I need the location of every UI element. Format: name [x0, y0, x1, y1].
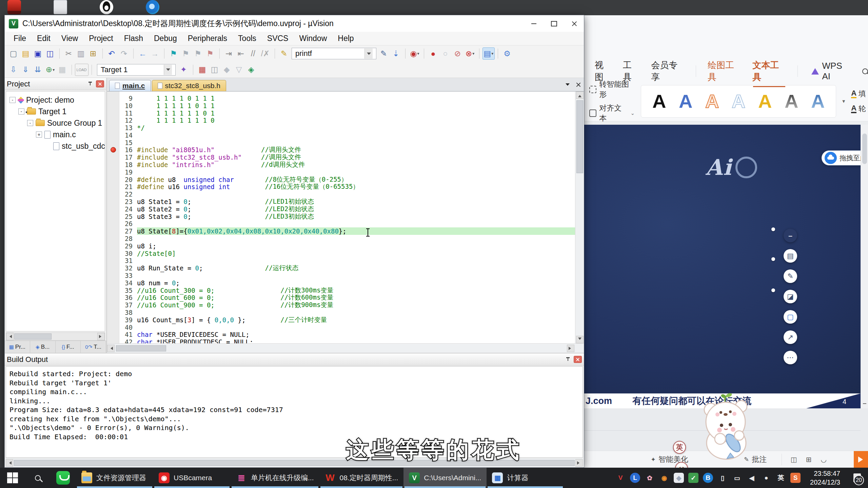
editor-tab[interactable]: main.c — [109, 80, 151, 91]
menu-item[interactable]: File — [8, 34, 32, 43]
tree-item[interactable]: - Project: demo — [6, 94, 105, 106]
tool-separator[interactable] — [193, 65, 193, 75]
file-extensions-icon[interactable]: ◫ — [209, 64, 221, 76]
tab-list-dropdown-icon[interactable] — [566, 83, 570, 88]
menu-item[interactable]: Window — [294, 34, 332, 43]
taskbar-clock[interactable]: 23:58:47 2024/12/3 — [810, 469, 840, 487]
next-bookmark-icon[interactable]: ⚑ — [192, 47, 204, 60]
taskbar-app-button[interactable]: ≣ 单片机在线升级编... — [231, 468, 319, 488]
taskbar-app-button[interactable]: ◉ USBcamera — [153, 468, 231, 488]
layers-button[interactable]: ▤ — [784, 249, 797, 263]
translate-icon[interactable]: ⇩ — [7, 64, 20, 76]
window-layout-icon[interactable]: ▤▾ — [482, 47, 495, 60]
tree-item[interactable]: stc_usb_cdc_3 — [6, 140, 105, 152]
desktop-icon-browser[interactable] — [146, 0, 159, 14]
code-line[interactable]: 14 — [107, 131, 575, 139]
editor-tab[interactable]: stc32_stc8_usb.h — [152, 80, 226, 91]
menu-item[interactable]: Edit — [32, 34, 56, 43]
project-tree-hscrollbar[interactable] — [6, 332, 105, 341]
find-in-files-icon[interactable]: ✎ — [278, 47, 290, 60]
kill-breakpoints-icon[interactable]: ⊗▾ — [464, 47, 476, 60]
minimize-button[interactable] — [526, 17, 542, 30]
wordart-style[interactable]: A — [785, 90, 798, 112]
redo-icon[interactable]: ↷ — [118, 47, 130, 60]
pen-button[interactable]: ✎ — [784, 269, 797, 283]
tree-item[interactable]: + main.c — [6, 129, 105, 140]
tree-expander[interactable]: - — [27, 120, 33, 126]
configure-icon[interactable]: ⚙ — [501, 47, 513, 60]
scroll-left-icon[interactable] — [107, 345, 115, 352]
upload-button[interactable]: 拖拽至此上传 — [822, 150, 861, 165]
search-tool-icon[interactable]: ◉▾ — [409, 47, 421, 60]
assistant-tray-icon[interactable]: ◆ — [674, 473, 684, 483]
panel-tab[interactable]: ◈B... — [30, 341, 56, 353]
close-document-icon[interactable] — [576, 82, 581, 87]
toolbar-separator[interactable] — [275, 48, 275, 59]
scroll-right-icon[interactable] — [97, 333, 105, 340]
taskbar-app-button[interactable]: W 08.定时器周期性... — [319, 468, 404, 488]
paste-icon[interactable]: ⊞ — [87, 47, 99, 60]
taskbar-app-button[interactable]: ▦ 计算器 — [487, 468, 564, 488]
green-app-icon[interactable] — [56, 471, 70, 485]
code-line[interactable]: 23u8 State1 = 0; //LED1初始状态 — [107, 198, 575, 205]
code-line[interactable]: 29u8 i; — [107, 242, 575, 250]
code-line[interactable]: 34u8 num = 0; — [107, 279, 575, 287]
save-icon[interactable]: ▣ — [32, 47, 44, 60]
open-file-icon[interactable]: ▤ — [20, 47, 32, 60]
scroll-left-icon[interactable] — [6, 333, 14, 340]
target-options-icon[interactable]: ✦ — [178, 64, 190, 76]
tree-expander[interactable]: + — [36, 131, 42, 138]
indent-icon[interactable]: ⇥ — [223, 47, 235, 60]
code-line[interactable]: 31 — [107, 257, 575, 265]
toolbar-separator[interactable] — [72, 65, 72, 75]
scroll-right-icon[interactable] — [567, 345, 574, 352]
panel-tab[interactable]: 0↷T... — [81, 341, 106, 353]
code-line[interactable]: 20#define u8 unsigned char //8位无符号变量（0-2… — [107, 176, 575, 183]
menu-item[interactable]: Debug — [149, 34, 182, 43]
shield-tray-icon[interactable]: L — [630, 473, 640, 483]
ime-indicator[interactable]: 英 — [776, 473, 786, 483]
selection-handle[interactable] — [771, 257, 775, 261]
start-button[interactable] — [0, 468, 25, 488]
code-line[interactable]: 18#include "intrins.h" //d调用头文件 — [107, 161, 575, 168]
taskbar-app-button[interactable]: V C:\Users\Admini... — [403, 468, 487, 488]
align-text-button[interactable]: 对齐文本⌄ — [589, 103, 635, 123]
menu-item[interactable]: Flash — [119, 34, 149, 43]
collapse-toolbar-button[interactable]: – — [784, 229, 797, 242]
pin-icon[interactable] — [566, 357, 570, 362]
convert-smartart-button[interactable]: 转智能图形 — [589, 79, 635, 100]
code-line[interactable]: 11 1 1 1 1 1 1 0 1 — [107, 109, 575, 117]
editor-vscrollbar[interactable] — [575, 92, 584, 343]
close-button[interactable] — [566, 17, 583, 30]
text-style-button[interactable]: A轮 — [851, 104, 868, 114]
menu-item[interactable]: Help — [332, 34, 359, 43]
wordart-style[interactable]: A — [811, 90, 825, 112]
select-target-icon[interactable]: ◆ — [221, 64, 233, 76]
desktop-icon-red-app[interactable] — [7, 0, 21, 14]
wps-ai-button[interactable]: WPS AI — [811, 61, 851, 82]
menu-item[interactable]: Project — [83, 34, 119, 43]
code-line[interactable]: 9 1 1 1 1 0 1 1 1 — [107, 95, 575, 102]
ribbon-search-icon[interactable] — [862, 68, 868, 74]
code-editor[interactable]: 9 1 1 1 1 0 1 1 110 1 1 1 1 1 0 1 111 1 … — [107, 92, 584, 343]
bluetooth-tray-icon[interactable]: B — [703, 473, 713, 483]
code-line[interactable]: 40 — [107, 324, 575, 331]
antivirus-tray-icon[interactable]: V — [615, 473, 626, 483]
toolbar-separator[interactable] — [498, 48, 498, 59]
flash-funnel-icon[interactable]: ▽ — [233, 64, 245, 76]
new-file-icon[interactable]: ▢ — [7, 47, 20, 60]
code-line[interactable]: 30//State[0] — [107, 250, 575, 257]
selection-handle[interactable] — [771, 288, 775, 292]
scroll-down-icon[interactable] — [576, 336, 584, 343]
tree-item[interactable]: - Source Group 1 — [6, 117, 105, 129]
menu-item[interactable]: Peripherals — [182, 34, 233, 43]
project-panel-close-icon[interactable] — [96, 80, 104, 87]
ribbon-tab[interactable]: 绘图工具 — [708, 59, 741, 83]
navigate-back-icon[interactable]: ← — [137, 47, 149, 60]
toolbar-separator[interactable] — [92, 65, 92, 75]
scroll-up-icon[interactable] — [576, 92, 584, 99]
disable-breakpoint-icon[interactable]: ⊘ — [452, 47, 464, 60]
code-line[interactable]: 17#include "stc32_stc8_usb.h" //调用头文件 — [107, 154, 575, 161]
code-line[interactable]: 22 — [107, 190, 575, 198]
editor-hscrollbar[interactable] — [107, 343, 584, 353]
